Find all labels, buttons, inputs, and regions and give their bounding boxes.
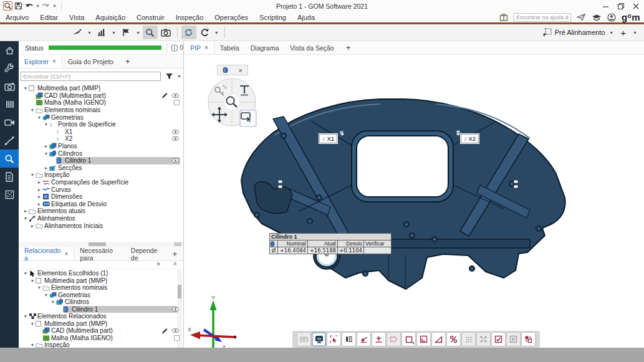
menu-inspe-o[interactable]: Inspeção — [170, 12, 209, 22]
tree-expander[interactable]: ▾ — [43, 151, 49, 156]
close-icon[interactable]: × — [52, 58, 56, 65]
rotate-button[interactable] — [197, 26, 212, 39]
tree-row[interactable]: ▾Geometrias — [19, 113, 183, 121]
pencil-icon[interactable] — [161, 92, 168, 99]
rail-stripes[interactable] — [0, 95, 19, 113]
tree-row[interactable]: ▸Elementos atuais — [19, 207, 183, 215]
tree-row[interactable]: ▾↕Pontos de Superfície — [19, 121, 183, 128]
tree-row[interactable]: ▾Cilindros — [19, 298, 183, 306]
graduation-cap-icon[interactable] — [592, 14, 602, 21]
chevron-down-icon[interactable]: ▼ — [213, 31, 221, 35]
eye-icon[interactable] — [171, 93, 180, 98]
save-icon-button[interactable] — [14, 1, 23, 11]
expand-all-icon[interactable]: » — [172, 262, 179, 266]
zoom-button[interactable] — [143, 26, 158, 39]
eye-icon[interactable] — [171, 136, 180, 141]
eye-icon[interactable] — [171, 328, 180, 333]
tree-expander[interactable]: ▾ — [36, 285, 42, 290]
viewport-tab-diagrama[interactable]: Diagrama — [245, 41, 285, 54]
tree-expander[interactable]: ▾ — [29, 342, 36, 348]
swap-elements-button[interactable] — [521, 332, 536, 346]
close-icon[interactable]: × — [204, 44, 208, 51]
search-icon-button[interactable] — [3, 1, 12, 11]
chevron-down-icon[interactable]: ▼ — [607, 31, 615, 35]
rail-wrench[interactable] — [0, 59, 19, 77]
viewport-tab-tabela[interactable]: Tabela — [214, 41, 245, 54]
close-icon[interactable]: × — [238, 67, 242, 74]
tree-row[interactable]: ▾Inspeção — [19, 341, 183, 348]
send-icon[interactable] — [577, 13, 586, 21]
tree-expander[interactable]: ▸ — [22, 208, 29, 214]
tree-row[interactable]: ▸Dimensões — [19, 193, 183, 201]
tree-expander[interactable]: ▸ — [36, 194, 42, 199]
rail-dot-grid[interactable] — [0, 186, 19, 204]
tree-row[interactable]: ▾Elementos nominais — [19, 107, 183, 114]
cross-section-button[interactable] — [372, 332, 386, 346]
tree-row[interactable]: Cilindro 1 — [19, 157, 183, 164]
tree-row[interactable]: CAD (Multimedia part) — [19, 327, 183, 335]
menu-vista[interactable]: Vista — [64, 12, 90, 22]
flag-button[interactable] — [118, 26, 133, 39]
tree-expander[interactable]: ▸ — [29, 223, 36, 229]
pen-button[interactable] — [70, 26, 85, 39]
explorer-add-tab-button[interactable]: + — [119, 55, 137, 68]
tree-row[interactable]: ▾Inspeção — [19, 171, 183, 179]
chevron-down-icon[interactable]: ▼ — [36, 4, 40, 8]
close-button[interactable] — [633, 3, 639, 9]
maximize-button[interactable] — [618, 3, 624, 9]
tree-search-input[interactable] — [21, 72, 161, 81]
mirror-compare-button[interactable] — [342, 332, 356, 346]
chevron-down-icon[interactable]: ▼ — [411, 341, 415, 345]
tree-row[interactable]: ▾Multimedia part (MMP) — [19, 277, 183, 285]
link-percent-button[interactable] — [446, 332, 461, 346]
point-label-x1[interactable]: ↕ X1 — [319, 134, 337, 143]
related-add-tab-button[interactable]: + — [166, 247, 183, 260]
tree-expander[interactable]: ▾ — [22, 313, 29, 319]
chevron-down-icon[interactable]: ▼ — [52, 4, 57, 8]
measurement-table[interactable]: Cilindro 1NominalAtualDesvioVerificarØ+1… — [269, 233, 392, 254]
menu-editar[interactable]: Editar — [34, 12, 64, 22]
tree-expander[interactable]: ▸ — [36, 187, 42, 193]
related-tab-depende-de[interactable]: Depende de — [125, 247, 166, 260]
chevron-down-icon[interactable]: ▼ — [85, 31, 94, 35]
chevron-down-icon[interactable]: ▼ — [175, 74, 183, 79]
tree-row[interactable]: ▾Elementos nominais — [19, 284, 183, 292]
tree-row[interactable]: ↕X1 — [19, 128, 183, 136]
tree-row[interactable]: ▾Alinhamentos — [19, 215, 183, 222]
tree-expander[interactable]: ▾ — [43, 292, 49, 298]
tree-row[interactable]: ▸Planos — [19, 143, 183, 150]
3d-canvas[interactable]: × — [185, 55, 644, 348]
frame-select-button[interactable]: ▼ — [401, 332, 416, 346]
close-icon[interactable]: × — [64, 250, 68, 257]
chart-button[interactable] — [94, 26, 109, 39]
tree-row[interactable]: ▸Comparações de Superfície — [19, 179, 183, 186]
refresh-button[interactable] — [181, 26, 196, 39]
checkbox-icon[interactable] — [174, 100, 180, 105]
rail-camera[interactable] — [0, 77, 19, 95]
eye-icon[interactable] — [171, 307, 180, 312]
cad-model[interactable] — [237, 92, 567, 297]
menu-opera-es[interactable]: Operações — [209, 12, 254, 22]
user-icon[interactable] — [607, 13, 616, 22]
menu-construir[interactable]: Construir — [131, 12, 170, 22]
tree-expander[interactable]: ▸ — [43, 165, 49, 171]
help-search-input[interactable] — [514, 13, 571, 22]
tree-expander[interactable]: ▾ — [29, 321, 36, 326]
menu-scripting[interactable]: Scripting — [254, 12, 292, 22]
tree-row[interactable]: Malha (Malha IGENO) — [19, 99, 183, 107]
fit-point-button[interactable] — [357, 332, 371, 346]
tree-row[interactable]: ▾Elementos Escolhidos (1) — [19, 270, 183, 277]
rail-video[interactable] — [0, 113, 19, 131]
tree-row[interactable]: Cilindro 1 — [19, 306, 183, 313]
chevron-down-icon[interactable]: ▼ — [110, 31, 118, 35]
chevron-down-icon[interactable]: ▼ — [134, 31, 142, 35]
tree-expander[interactable]: ▾ — [22, 85, 29, 91]
viewport-tab-vista-da-se-o[interactable]: Vista da Seção — [284, 41, 339, 54]
filter-icon[interactable] — [165, 73, 173, 80]
menu-aquisi-o[interactable]: Aquisição — [90, 12, 131, 22]
tree-row[interactable]: CAD (Multimedia part) — [19, 92, 183, 100]
gift-icon[interactable] — [499, 13, 508, 21]
eye-icon[interactable] — [171, 129, 180, 135]
viewport-tab-pip[interactable]: PIP× — [185, 41, 214, 54]
tree-row[interactable]: ▸Curvas — [19, 186, 183, 193]
